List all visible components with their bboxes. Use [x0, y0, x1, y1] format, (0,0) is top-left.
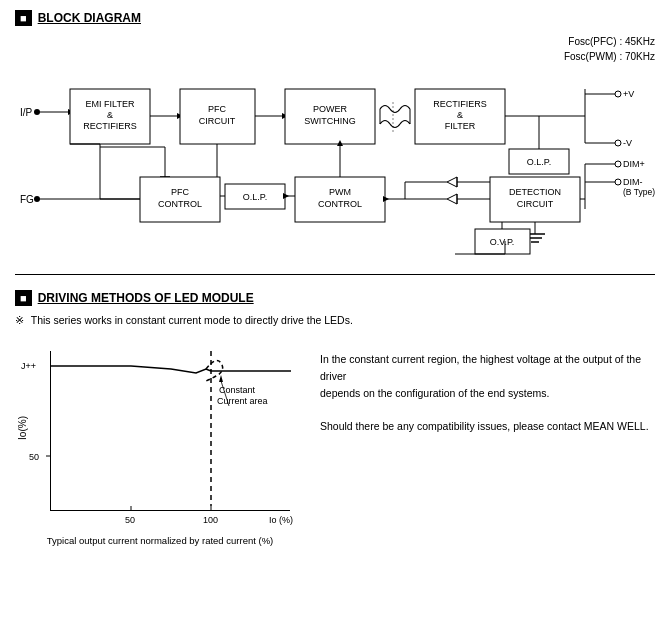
driving-note: ※ This series works in constant current … [15, 314, 655, 326]
svg-text:Constant: Constant [219, 385, 256, 395]
driving-methods-header: ■ DRIVING METHODS OF LED MODULE [15, 290, 655, 306]
svg-text:CIRCUIT: CIRCUIT [517, 199, 554, 209]
svg-marker-81 [383, 196, 389, 202]
svg-marker-92 [337, 140, 343, 146]
section-divider [15, 274, 655, 275]
svg-rect-56 [490, 177, 580, 222]
desc-line2: depends on the configuration of the end … [320, 385, 655, 402]
driving-methods-title: DRIVING METHODS OF LED MODULE [38, 291, 254, 305]
svg-text:DIM+: DIM+ [623, 159, 645, 169]
svg-text:O.L.P.: O.L.P. [527, 157, 551, 167]
svg-text:I/P: I/P [20, 107, 33, 118]
desc-line1: In the constant current region, the high… [320, 351, 655, 385]
svg-rect-27 [285, 89, 375, 144]
svg-marker-67 [447, 177, 457, 187]
svg-text:Io (%): Io (%) [269, 515, 293, 525]
svg-text:Current area: Current area [217, 396, 268, 406]
block-diagram-svg: I/P FG EMI FILTER & RECT [15, 34, 655, 264]
svg-marker-69 [447, 194, 457, 204]
graph-axes: Constant Current area J++ 50 100 50 Io (… [50, 351, 290, 511]
svg-point-2 [34, 196, 40, 202]
svg-text:O.V.P.: O.V.P. [490, 237, 515, 247]
graph-svg: Constant Current area J++ 50 100 50 Io (… [51, 351, 291, 511]
svg-text:O.L.P.: O.L.P. [243, 192, 267, 202]
svg-rect-16 [70, 89, 150, 144]
svg-text:EMI FILTER: EMI FILTER [86, 99, 135, 109]
block-diagram-header: ■ BLOCK DIAGRAM [15, 10, 655, 26]
note-text: This series works in constant current mo… [31, 314, 353, 326]
svg-text:PFC: PFC [171, 187, 190, 197]
svg-text:CIRCUIT: CIRCUIT [199, 116, 236, 126]
note-star: ※ [15, 314, 24, 326]
svg-text:J++: J++ [21, 361, 36, 371]
description-text: In the constant current region, the high… [320, 336, 655, 435]
desc-line3: Should there be any compatibility issues… [320, 418, 655, 435]
svg-marker-5 [68, 109, 74, 115]
svg-point-50 [615, 161, 621, 167]
svg-point-40 [615, 91, 621, 97]
svg-point-43 [615, 140, 621, 146]
block-diagram-title: BLOCK DIAGRAM [38, 11, 141, 25]
svg-text:(B Type): (B Type) [623, 187, 655, 197]
svg-text:&: & [107, 110, 113, 120]
svg-text:50: 50 [125, 515, 135, 525]
fosc-pfc: Fosc(PFC) : 45KHz [564, 34, 655, 49]
svg-rect-75 [295, 177, 385, 222]
svg-rect-33 [415, 89, 505, 144]
fosc-pwm: Fosc(PWM) : 70KHz [564, 49, 655, 64]
svg-text:DIM-: DIM- [623, 177, 643, 187]
driving-section-marker: ■ [15, 290, 32, 306]
svg-text:CONTROL: CONTROL [318, 199, 362, 209]
svg-point-0 [34, 109, 40, 115]
svg-text:-V: -V [623, 138, 632, 148]
svg-marker-85 [283, 193, 289, 199]
svg-text:&: & [457, 110, 463, 120]
svg-text:DETECTION: DETECTION [509, 187, 561, 197]
svg-marker-21 [177, 113, 183, 119]
driving-methods-section: ■ DRIVING METHODS OF LED MODULE ※ This s… [15, 290, 655, 546]
svg-text:100: 100 [203, 515, 218, 525]
svg-text:POWER: POWER [313, 104, 348, 114]
svg-text:PFC: PFC [208, 104, 227, 114]
graph-description-row: Io(%) [15, 336, 655, 546]
block-diagram-area: Fosc(PFC) : 45KHz Fosc(PWM) : 70KHz I/P … [15, 34, 655, 264]
svg-text:RECTIFIERS: RECTIFIERS [83, 121, 137, 131]
svg-point-53 [615, 179, 621, 185]
svg-text:PWM: PWM [329, 187, 351, 197]
section-marker: ■ [15, 10, 32, 26]
svg-text:+V: +V [623, 89, 634, 99]
svg-text:FG: FG [20, 194, 34, 205]
svg-rect-82 [225, 184, 285, 209]
svg-text:50: 50 [29, 452, 39, 462]
svg-marker-26 [282, 113, 288, 119]
svg-rect-45 [509, 149, 569, 174]
graph-caption: Typical output current normalized by rat… [15, 534, 305, 546]
svg-text:RECTIFIERS: RECTIFIERS [433, 99, 487, 109]
graph-container: Io(%) [15, 336, 305, 546]
svg-rect-22 [180, 89, 255, 144]
svg-rect-86 [140, 177, 220, 222]
svg-rect-65 [475, 229, 530, 254]
svg-text:CONTROL: CONTROL [158, 199, 202, 209]
fosc-info: Fosc(PFC) : 45KHz Fosc(PWM) : 70KHz [564, 34, 655, 64]
svg-text:SWITCHING: SWITCHING [304, 116, 356, 126]
svg-text:FILTER: FILTER [445, 121, 476, 131]
svg-marker-106 [219, 375, 223, 382]
y-axis-label: Io(%) [17, 416, 28, 440]
block-diagram-section: ■ BLOCK DIAGRAM Fosc(PFC) : 45KHz Fosc(P… [15, 10, 655, 264]
